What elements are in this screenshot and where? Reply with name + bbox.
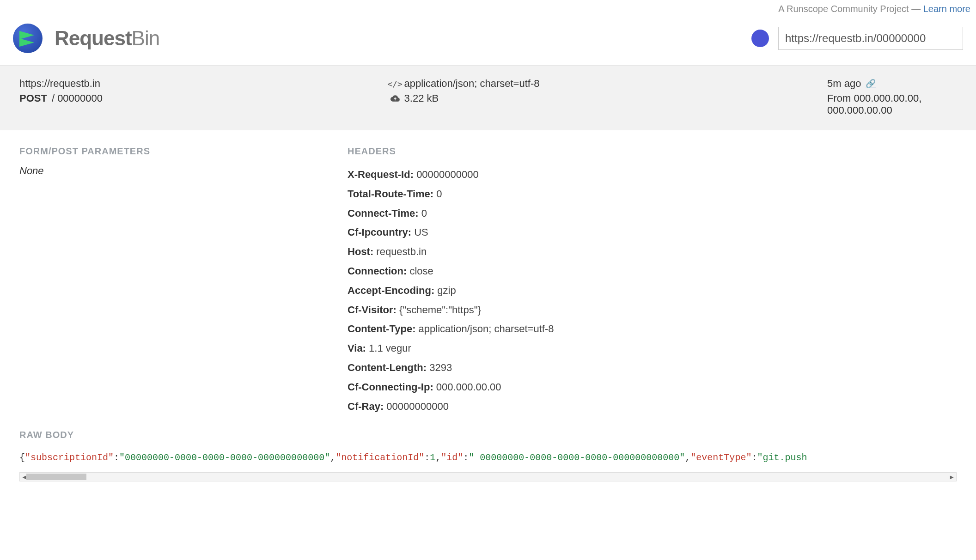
raw-token: : <box>424 452 430 463</box>
header-key: Content-Length: <box>348 362 429 373</box>
header-value: 3293 <box>429 362 452 373</box>
header-row: Cf-Ipcountry: US <box>348 223 957 242</box>
scroll-thumb[interactable] <box>26 474 86 480</box>
header-value: 000.000.00.00 <box>436 381 501 393</box>
header-key: Connect-Time: <box>348 207 421 219</box>
brand-title: RequestBin <box>55 27 159 50</box>
form-params-title: FORM/POST PARAMETERS <box>19 146 334 157</box>
header-key: Cf-Connecting-Ip: <box>348 381 436 393</box>
permalink-icon[interactable]: 🔗 <box>866 79 876 89</box>
header-value: gzip <box>437 285 456 296</box>
header-row: X-Request-Id: 00000000000 <box>348 165 957 184</box>
bin-url-input[interactable] <box>778 27 963 50</box>
raw-body-title: RAW BODY <box>19 430 957 440</box>
header-key: Connection: <box>348 265 409 277</box>
header-row: Total-Route-Time: 0 <box>348 184 957 204</box>
summary-mid: </> application/json; charset=utf-8 3.22… <box>390 78 540 116</box>
header-key: Content-Type: <box>348 323 419 335</box>
header-key: Cf-Ipcountry: <box>348 226 414 238</box>
summary-right: 5m ago 🔗 From 000.000.00.00, 000.000.00.… <box>827 78 957 116</box>
raw-token: : <box>463 452 469 463</box>
status-dot-icon <box>751 30 769 47</box>
header-row: Content-Type: application/json; charset=… <box>348 319 957 339</box>
header-value: close <box>409 265 433 277</box>
raw-body-section: RAW BODY {"subscriptionId":"00000000-000… <box>0 425 976 469</box>
topbar-text: A Runscope Community Project — <box>778 4 923 14</box>
raw-token: 1 <box>430 452 435 463</box>
form-params-none: None <box>19 165 334 177</box>
learn-more-link[interactable]: Learn more <box>923 4 970 14</box>
header-key: Host: <box>348 246 376 257</box>
summary-from-label: From <box>827 92 854 104</box>
header-key: Accept-Encoding: <box>348 285 437 296</box>
header-row: Cf-Connecting-Ip: 000.000.00.00 <box>348 377 957 397</box>
header-value: 00000000000 <box>386 401 449 412</box>
brand-light: Bin <box>132 27 160 49</box>
brand-bold: Request <box>55 27 132 49</box>
headers-section: HEADERS X-Request-Id: 00000000000Total-R… <box>348 146 957 416</box>
raw-token: , <box>330 452 336 463</box>
summary-host: https://requestb.in <box>19 78 100 90</box>
summary-time: 5m ago <box>827 78 861 90</box>
summary-content-type: application/json; charset=utf-8 <box>404 78 540 90</box>
raw-token: , <box>685 452 690 463</box>
horizontal-scrollbar[interactable]: ◄ ► <box>19 472 957 481</box>
header-key: Cf-Visitor: <box>348 304 399 316</box>
header-row: Cf-Visitor: {"scheme":"https"} <box>348 300 957 320</box>
headers-list: X-Request-Id: 00000000000Total-Route-Tim… <box>348 165 957 416</box>
summary-path: / 00000000 <box>52 92 103 104</box>
url-group <box>751 27 963 50</box>
header-row: Content-Length: 3293 <box>348 358 957 377</box>
raw-token: "notificationId" <box>336 452 424 463</box>
summary-left: https://requestb.in POST / 00000000 <box>19 78 103 116</box>
code-icon: </> <box>390 79 400 88</box>
raw-token: "00000000-0000-0000-0000-000000000000" <box>119 452 330 463</box>
header-value: 0 <box>436 188 442 200</box>
header-row: Via: 1.1 vegur <box>348 339 957 358</box>
header-key: X-Request-Id: <box>348 169 416 180</box>
request-summary: https://requestb.in POST / 00000000 </> … <box>0 66 976 130</box>
summary-size: 3.22 kB <box>404 92 439 104</box>
header-key: Via: <box>348 342 369 354</box>
logo-icon <box>13 24 43 53</box>
header-value: 00000000000 <box>416 169 479 180</box>
header-key: Cf-Ray: <box>348 401 386 412</box>
header-key: Total-Route-Time: <box>348 188 436 200</box>
raw-body-content[interactable]: {"subscriptionId":"00000000-0000-0000-00… <box>19 449 957 465</box>
header-row: Cf-Ray: 00000000000 <box>348 397 957 416</box>
header-value: application/json; charset=utf-8 <box>419 323 554 335</box>
header-row: Host: requestb.in <box>348 242 957 262</box>
header-value: US <box>414 226 428 238</box>
header: RequestBin <box>0 14 976 66</box>
headers-title: HEADERS <box>348 146 957 157</box>
header-value: 0 <box>421 207 427 219</box>
header-row: Connect-Time: 0 <box>348 204 957 223</box>
raw-token: " 00000000-0000-0000-0000-000000000000" <box>469 452 685 463</box>
raw-token: { <box>19 452 25 463</box>
brand: RequestBin <box>13 24 159 53</box>
raw-token: "eventType" <box>690 452 751 463</box>
header-value: requestb.in <box>376 246 427 257</box>
header-row: Accept-Encoding: gzip <box>348 281 957 300</box>
topbar: A Runscope Community Project — Learn mor… <box>0 0 976 14</box>
header-row: Connection: close <box>348 262 957 281</box>
raw-token: : <box>751 452 757 463</box>
header-value: 1.1 vegur <box>369 342 411 354</box>
raw-token: "subscriptionId" <box>25 452 114 463</box>
raw-token: "id" <box>441 452 463 463</box>
details: FORM/POST PARAMETERS None HEADERS X-Requ… <box>0 130 976 425</box>
summary-method: POST <box>19 92 47 104</box>
raw-token: , <box>435 452 441 463</box>
header-value: {"scheme":"https"} <box>399 304 481 316</box>
raw-token: "git.push <box>757 452 807 463</box>
scroll-right-arrow-icon[interactable]: ► <box>949 474 955 481</box>
form-params-section: FORM/POST PARAMETERS None <box>19 146 334 416</box>
cloud-upload-icon <box>390 94 400 103</box>
raw-token: : <box>114 452 119 463</box>
